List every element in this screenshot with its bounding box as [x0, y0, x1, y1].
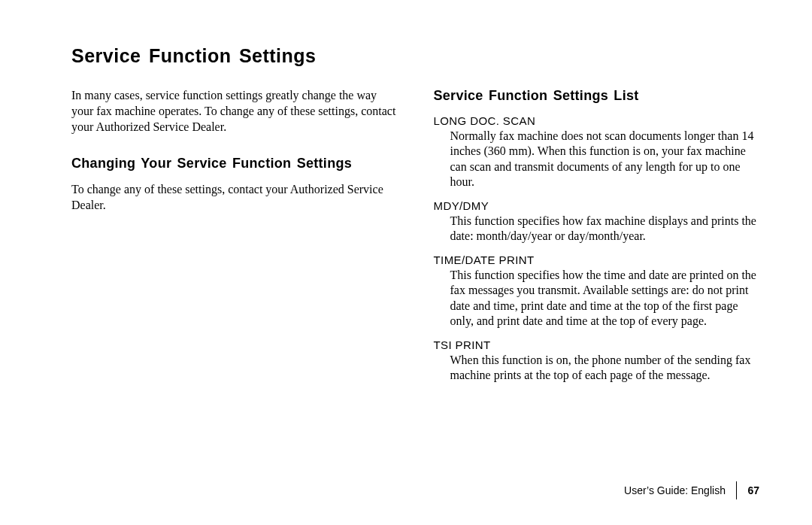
settings-item-label: TIME/DATE PRINT: [434, 253, 760, 266]
page-title: Service Function Settings: [71, 45, 759, 67]
intro-paragraph: In many cases, service function settings…: [71, 88, 398, 135]
settings-item-label: TSI PRINT: [434, 338, 760, 351]
settings-item-label: LONG DOC. SCAN: [434, 114, 760, 127]
settings-item: LONG DOC. SCAN Normally fax machine does…: [434, 114, 760, 190]
left-body-text: To change any of these settings, contact…: [71, 182, 398, 214]
settings-item-description: When this function is on, the phone numb…: [450, 353, 760, 384]
settings-item: TIME/DATE PRINT This function specifies …: [434, 253, 760, 329]
left-subheading: Changing Your Service Function Settings: [71, 156, 398, 171]
settings-item-description: This function specifies how the time and…: [450, 268, 760, 329]
right-column: Service Function Settings List LONG DOC.…: [434, 88, 760, 390]
footer-divider: [736, 481, 738, 499]
settings-item-description: Normally fax machine does not scan docum…: [450, 129, 760, 190]
footer-guide-label: User’s Guide: English: [624, 484, 736, 496]
left-column: In many cases, service function settings…: [71, 88, 398, 390]
settings-item-description: This function specifies how fax machine …: [450, 214, 760, 244]
right-subheading: Service Function Settings List: [434, 88, 760, 104]
document-page: Service Function Settings In many cases,…: [0, 0, 812, 525]
footer-page-number: 67: [747, 484, 759, 496]
settings-item-label: MDY/DMY: [434, 199, 760, 212]
settings-item: TSI PRINT When this function is on, the …: [434, 338, 760, 384]
two-column-layout: In many cases, service function settings…: [71, 88, 759, 390]
settings-item: MDY/DMY This function specifies how fax …: [434, 199, 760, 244]
page-footer: User’s Guide: English 67: [624, 481, 759, 499]
